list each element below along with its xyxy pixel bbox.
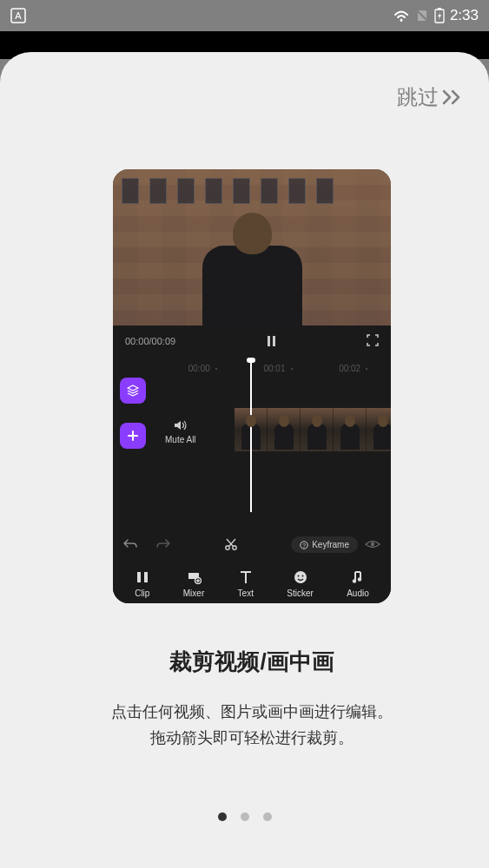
- svg-point-7: [225, 545, 228, 549]
- status-time: 2:33: [450, 7, 479, 24]
- tutorial-overlay: 跳过 00:00/00:0: [0, 52, 489, 868]
- redo-button[interactable]: [156, 538, 170, 552]
- slide-title: 裁剪视频/画中画: [169, 647, 334, 677]
- app-mockup: 00:00/00:09 00:00 00:01 00:02: [113, 169, 391, 603]
- page-dot-1[interactable]: [218, 812, 227, 821]
- visibility-button[interactable]: [365, 539, 380, 551]
- tab-sticker[interactable]: Sticker: [287, 569, 314, 598]
- wifi-icon: [393, 9, 410, 23]
- side-tools: [120, 378, 146, 449]
- track-frame: [301, 408, 334, 451]
- undo-button[interactable]: [123, 538, 137, 552]
- pause-button[interactable]: [268, 336, 275, 346]
- svg-rect-6: [438, 8, 441, 10]
- app-badge-icon: A: [10, 8, 26, 23]
- redo-icon: [156, 538, 170, 550]
- tab-audio[interactable]: Audio: [347, 569, 369, 598]
- svg-rect-12: [137, 572, 141, 582]
- time-display: 00:00/00:09: [125, 336, 175, 346]
- video-preview: [113, 169, 391, 326]
- playhead[interactable]: [250, 360, 252, 512]
- tutorial-slide-1: 00:00/00:09 00:00 00:01 00:02: [52, 169, 452, 751]
- sticker-icon: [294, 569, 307, 585]
- svg-text:A: A: [15, 10, 22, 21]
- add-button[interactable]: [120, 423, 146, 449]
- tab-clip[interactable]: Clip: [135, 569, 149, 598]
- svg-point-17: [301, 575, 303, 577]
- cut-button[interactable]: [224, 537, 238, 553]
- svg-point-18: [353, 579, 356, 582]
- page-dot-3[interactable]: [263, 812, 272, 821]
- fullscreen-icon: [367, 334, 379, 346]
- svg-point-2: [400, 19, 402, 22]
- slides-container[interactable]: 00:00/00:09 00:00 00:01 00:02: [0, 169, 489, 751]
- svg-rect-13: [144, 572, 148, 582]
- keyframe-button[interactable]: ? Keyframe: [291, 536, 358, 553]
- mute-label: Mute All: [165, 435, 196, 444]
- player-controls: 00:00/00:09: [113, 326, 391, 357]
- speaker-icon: [174, 419, 188, 431]
- svg-point-19: [358, 577, 361, 581]
- svg-point-16: [297, 575, 299, 577]
- text-icon: [240, 569, 252, 585]
- track-frame: [367, 408, 391, 451]
- layers-button[interactable]: [120, 378, 146, 404]
- svg-point-15: [294, 571, 307, 583]
- scissors-icon: [224, 537, 238, 551]
- skip-button[interactable]: 跳过: [397, 83, 465, 111]
- bottom-tabs: Clip Mixer Text Sticker: [113, 563, 391, 603]
- tutorial-slide-2: 添 点击画中画 为画中画: [478, 169, 489, 751]
- battery-charging-icon: [434, 8, 445, 23]
- chevron-double-right-icon: [442, 89, 465, 105]
- page-dot-2[interactable]: [241, 812, 249, 821]
- track-frame: [268, 408, 301, 451]
- status-bar: A 2:33: [0, 0, 489, 31]
- svg-text:?: ?: [302, 542, 306, 548]
- action-bar: ? Keyframe: [113, 528, 391, 562]
- undo-icon: [123, 538, 137, 550]
- info-icon: ?: [300, 541, 308, 549]
- tab-mixer[interactable]: Mixer: [183, 569, 204, 598]
- audio-icon: [351, 569, 365, 585]
- mute-all-button[interactable]: Mute All: [165, 419, 196, 444]
- page-indicator: [218, 812, 272, 821]
- eye-icon: [365, 539, 380, 549]
- skip-label: 跳过: [397, 83, 439, 111]
- svg-point-11: [371, 542, 374, 545]
- no-sim-icon: [415, 9, 429, 23]
- svg-point-8: [232, 545, 235, 549]
- mixer-icon: [186, 569, 202, 585]
- track-frame: [334, 408, 367, 451]
- layers-icon: [126, 384, 140, 398]
- clip-icon: [135, 569, 149, 585]
- pause-icon: [268, 336, 275, 346]
- plus-icon: [127, 430, 139, 442]
- timeline-track[interactable]: [235, 408, 391, 451]
- fullscreen-button[interactable]: [367, 334, 379, 348]
- slide-description: 点击任何视频、图片或画中画进行编辑。 拖动箭头即可轻松进行裁剪。: [104, 700, 400, 751]
- tab-text[interactable]: Text: [238, 569, 254, 598]
